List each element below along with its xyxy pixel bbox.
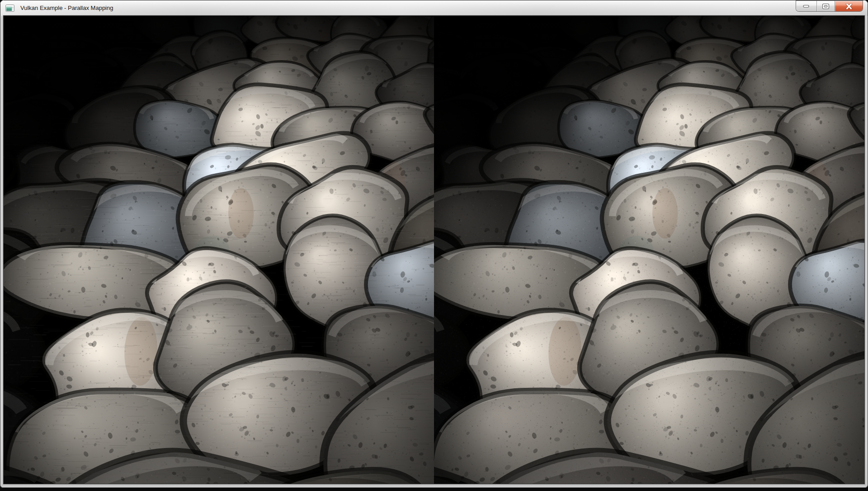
close-icon bbox=[845, 3, 853, 10]
minimize-icon bbox=[803, 5, 810, 8]
close-button[interactable] bbox=[835, 1, 863, 11]
window-title: Vulkan Example - Parallax Mapping bbox=[20, 5, 113, 12]
viewport-right[interactable] bbox=[434, 16, 864, 484]
titlebar[interactable]: Vulkan Example - Parallax Mapping bbox=[0, 0, 868, 16]
app-icon bbox=[5, 5, 14, 12]
minimize-button[interactable] bbox=[796, 1, 817, 11]
maximize-button[interactable] bbox=[817, 1, 835, 11]
app-window: Vulkan Example - Parallax Mapping bbox=[0, 0, 868, 488]
maximize-icon bbox=[822, 3, 830, 10]
render-area bbox=[4, 16, 864, 484]
caption-button-group bbox=[796, 1, 863, 11]
viewport-left[interactable] bbox=[4, 16, 434, 484]
